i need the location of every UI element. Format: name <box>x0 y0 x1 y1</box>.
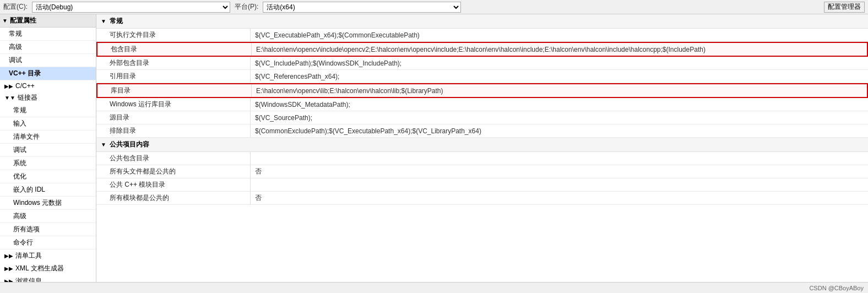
status-bar: CSDN @CBoyABoy <box>0 282 868 293</box>
sidebar-item-linker-advanced[interactable]: 高级 <box>0 210 96 223</box>
general-section-header[interactable]: ▼ 常规 <box>96 14 868 29</box>
general-section-arrow: ▼ <box>101 18 106 24</box>
prop-value-winrt-dir[interactable]: $(WindowsSDK_MetadataPath); <box>251 98 868 111</box>
prop-value-reference-dir[interactable]: $(VC_ReferencesPath_x64); <box>251 70 868 83</box>
config-manage-button[interactable]: 配置管理器 <box>824 2 865 13</box>
prop-value-external-include-dir[interactable]: $(VC_IncludePath);$(WindowsSDK_IncludePa… <box>251 57 868 69</box>
sidebar-item-linker-winmeta[interactable]: Windows 元数据 <box>0 197 96 210</box>
manifest-arrow: ▶ <box>4 253 13 259</box>
prop-value-include-dir[interactable]: E:\halcon\env\opencv\include\opencv2;E:\… <box>252 43 867 56</box>
public-section: ▼ 公共项目内容 公共包含目录 所有头文件都是公共的 否 公共 C++ 模块目录… <box>96 138 868 205</box>
cpp-arrow: ▶ <box>4 83 13 89</box>
prop-name-source-dir: 源目录 <box>96 111 251 124</box>
sidebar-item-linker-optimize[interactable]: 优化 <box>0 170 96 183</box>
sidebar-group-cpp[interactable]: ▶ C/C++ <box>0 80 96 91</box>
prop-name-exclude-dir: 排除目录 <box>96 124 251 137</box>
row-lib-dir: 库目录 E:\halcon\env\opencv\lib;E:\halcon\e… <box>96 83 868 98</box>
row-external-include-dir: 外部包含目录 $(VC_IncludePath);$(WindowsSDK_In… <box>96 57 868 70</box>
public-section-header[interactable]: ▼ 公共项目内容 <box>96 138 868 152</box>
cpp-label: C/C++ <box>15 82 35 90</box>
main-container: ▼ 配置属性 常规 高级 调试 VC++ 目录 ▶ C/C++ ▼ 链接器 常规… <box>0 14 868 293</box>
prop-name-reference-dir: 引用目录 <box>96 70 251 83</box>
sidebar-item-linker-manifest[interactable]: 清单文件 <box>0 131 96 144</box>
config-label: 配置(C): <box>3 2 28 12</box>
linker-arrow: ▼ <box>4 95 15 101</box>
platform-label: 平台(P): <box>235 2 258 12</box>
public-section-label: 公共项目内容 <box>110 140 149 149</box>
public-section-arrow: ▼ <box>101 142 106 148</box>
prop-name-lib-dir: 库目录 <box>97 84 252 97</box>
sidebar-item-vc-dirs[interactable]: VC++ 目录 <box>0 67 96 80</box>
prop-value-source-dir[interactable]: $(VC_SourcePath); <box>251 111 868 124</box>
row-reference-dir: 引用目录 $(VC_ReferencesPath_x64); <box>96 70 868 83</box>
sidebar-group-xml-doc[interactable]: ▶ XML 文档生成器 <box>0 262 96 275</box>
config-select[interactable]: 活动(Debug) <box>32 2 230 13</box>
row-include-dir: 包含目录 E:\halcon\env\opencv\include\opencv… <box>96 42 868 57</box>
general-section: ▼ 常规 可执行文件目录 $(VC_ExecutablePath_x64);$(… <box>96 14 868 138</box>
xml-doc-arrow: ▶ <box>4 265 13 272</box>
sidebar-item-general[interactable]: 常规 <box>0 28 96 41</box>
row-all-headers-public: 所有头文件都是公共的 否 <box>96 165 868 178</box>
prop-value-exclude-dir[interactable]: $(CommonExcludePath);$(VC_ExecutablePath… <box>251 124 868 137</box>
sidebar-root-label: 配置属性 <box>10 16 36 25</box>
prop-name-all-modules-public: 所有模块都是公共的 <box>96 192 251 204</box>
prop-name-include-dir: 包含目录 <box>97 43 252 56</box>
row-public-cpp-module-dir: 公共 C++ 模块目录 <box>96 178 868 192</box>
sidebar-item-linker-debug[interactable]: 调试 <box>0 144 96 157</box>
row-public-include-dir: 公共包含目录 <box>96 152 868 165</box>
row-all-modules-public: 所有模块都是公共的 否 <box>96 192 868 205</box>
row-exclude-dir: 排除目录 $(CommonExcludePath);$(VC_Executabl… <box>96 124 868 138</box>
sidebar-item-advanced[interactable]: 高级 <box>0 41 96 54</box>
top-toolbar: 配置(C): 活动(Debug) 平台(P): 活动(x64) 配置管理器 <box>0 0 868 14</box>
prop-value-all-headers-public[interactable]: 否 <box>251 165 868 178</box>
content-area: ▼ 常规 可执行文件目录 $(VC_ExecutablePath_x64);$(… <box>96 14 868 293</box>
sidebar-group-linker[interactable]: ▼ 链接器 <box>0 91 96 104</box>
platform-select[interactable]: 活动(x64) <box>263 2 461 13</box>
prop-name-public-cpp-module-dir: 公共 C++ 模块目录 <box>96 178 251 191</box>
sidebar-root-arrow: ▼ <box>2 18 8 24</box>
manifest-label: 清单工具 <box>15 251 42 261</box>
sidebar-item-linker-general[interactable]: 常规 <box>0 104 96 117</box>
prop-value-lib-dir[interactable]: E:\halcon\env\opencv\lib;E:\halcon\env\h… <box>252 84 867 97</box>
linker-label: 链接器 <box>18 93 37 102</box>
sidebar-item-debug[interactable]: 调试 <box>0 54 96 67</box>
status-text: CSDN @CBoyABoy <box>809 285 864 291</box>
sidebar: ▼ 配置属性 常规 高级 调试 VC++ 目录 ▶ C/C++ ▼ 链接器 常规… <box>0 14 96 293</box>
sidebar-item-linker-input[interactable]: 输入 <box>0 117 96 131</box>
row-winrt-dir: Windows 运行库目录 $(WindowsSDK_MetadataPath)… <box>96 98 868 111</box>
prop-value-public-include-dir[interactable] <box>251 152 868 165</box>
sidebar-root[interactable]: ▼ 配置属性 <box>0 14 96 28</box>
prop-name-external-include-dir: 外部包含目录 <box>96 57 251 69</box>
prop-name-winrt-dir: Windows 运行库目录 <box>96 98 251 111</box>
sidebar-item-linker-cmdline[interactable]: 命令行 <box>0 236 96 249</box>
sidebar-item-linker-all[interactable]: 所有选项 <box>0 223 96 236</box>
prop-name-all-headers-public: 所有头文件都是公共的 <box>96 165 251 178</box>
sidebar-item-linker-system[interactable]: 系统 <box>0 157 96 170</box>
prop-value-all-modules-public[interactable]: 否 <box>251 192 868 204</box>
general-section-label: 常规 <box>110 17 123 26</box>
sidebar-group-manifest-tool[interactable]: ▶ 清单工具 <box>0 249 96 262</box>
prop-name-executable-dir: 可执行文件目录 <box>96 29 251 41</box>
prop-value-public-cpp-module-dir[interactable] <box>251 178 868 191</box>
prop-name-public-include-dir: 公共包含目录 <box>96 152 251 165</box>
prop-value-executable-dir[interactable]: $(VC_ExecutablePath_x64);$(CommonExecuta… <box>251 29 868 41</box>
xml-doc-label: XML 文档生成器 <box>15 264 64 273</box>
row-source-dir: 源目录 $(VC_SourcePath); <box>96 111 868 124</box>
row-executable-dir: 可执行文件目录 $(VC_ExecutablePath_x64);$(Commo… <box>96 29 868 42</box>
sidebar-item-linker-idl[interactable]: 嵌入的 IDL <box>0 183 96 197</box>
